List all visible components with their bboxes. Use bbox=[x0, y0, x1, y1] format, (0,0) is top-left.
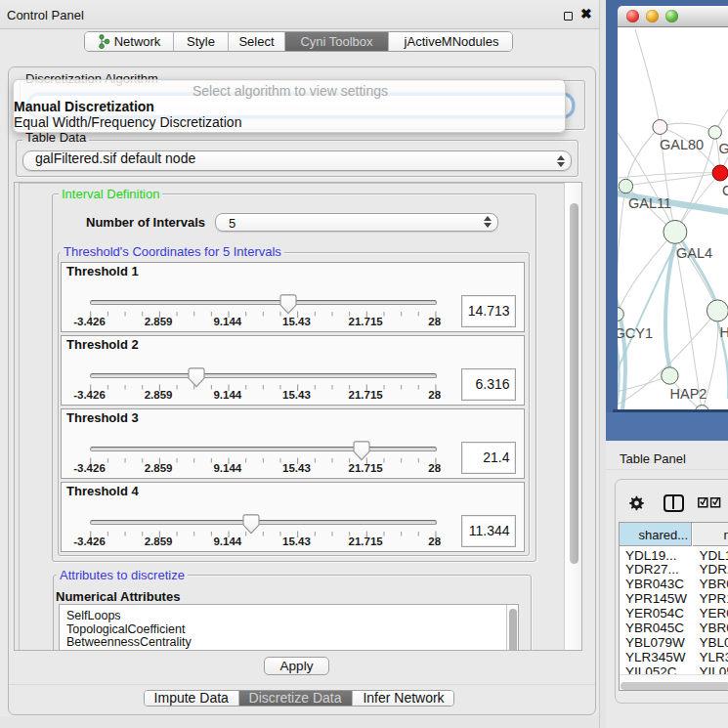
svg-text:GAL80: GAL80 bbox=[660, 136, 704, 151]
svg-text:HAP2: HAP2 bbox=[669, 385, 707, 401]
svg-text:GAL4: GAL4 bbox=[676, 245, 712, 261]
svg-text:HIS4: HIS4 bbox=[719, 323, 728, 339]
svg-text:GAL2: GAL2 bbox=[718, 141, 728, 156]
svg-text:CDC: CDC bbox=[722, 183, 728, 198]
svg-text:GAL11: GAL11 bbox=[628, 194, 671, 210]
svg-text:GCY1: GCY1 bbox=[618, 325, 653, 341]
